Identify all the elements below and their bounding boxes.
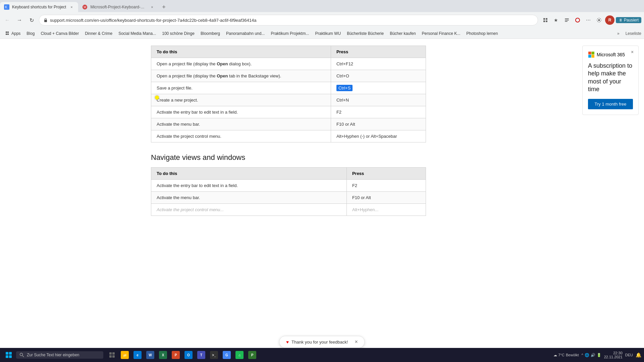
taskbar-app-terminal[interactable]: >_ (208, 349, 220, 361)
taskbar-app-project[interactable]: P (246, 349, 258, 361)
table-row: Activate the project control menu. Alt+H… (151, 130, 426, 142)
extensions-button[interactable] (541, 15, 550, 25)
article: To do this Press Open a project file (di… (0, 39, 577, 348)
taskbar-app-powerpoint[interactable]: P (170, 349, 182, 361)
forward-button[interactable]: → (15, 15, 24, 25)
taskbar: Zur Suche Text hier eingeben 📁 e W X P O… (0, 348, 644, 362)
bookmark-dinner[interactable]: Dinner & Crime (82, 31, 115, 37)
volume-icon[interactable]: 🔊 (591, 353, 595, 357)
table-row: Save a project file. Ctrl+S (151, 82, 426, 94)
taskbar-app-chrome[interactable]: G (221, 349, 233, 361)
refresh-button[interactable]: ↻ (27, 15, 36, 25)
ms365-try-button[interactable]: Try 1 month free (588, 99, 633, 109)
notification-button[interactable]: 🔔 (636, 352, 641, 358)
new-tab-button[interactable]: + (159, 2, 169, 12)
table1-row2-action: Open a project file (display the Open ta… (151, 70, 331, 82)
tab1-close[interactable]: × (69, 4, 74, 10)
taskbar-app-taskview[interactable] (106, 349, 118, 361)
browser-actions: ★ ⋯ R ⏸ Pausiert (541, 15, 641, 25)
url-bar[interactable]: support.microsoft.com/en-us/office/keybo… (39, 15, 538, 25)
gear-button[interactable] (594, 15, 604, 25)
taskbar-app-teams[interactable]: T (195, 349, 207, 361)
feedback-text: Thank you for your feedback! (291, 340, 348, 345)
tab-active[interactable]: K Keyboard shortcuts for Project × (0, 2, 78, 12)
svg-rect-25 (112, 352, 115, 355)
bookmark-apps[interactable]: Apps (3, 31, 23, 37)
ms-edge-button[interactable] (573, 15, 582, 25)
table2-row1-action: Activate the entry bar to edit text in a… (151, 180, 347, 192)
table1-row5-action: Activate the entry bar to edit text in a… (151, 106, 331, 118)
apps-bookmark-icon (5, 31, 10, 36)
more-bookmarks-button[interactable]: » (614, 31, 622, 37)
taskbar-clock[interactable]: 22:30 22.11.2021 (604, 351, 623, 359)
ms365-logo-icon (588, 51, 595, 58)
pause-button[interactable]: ⏸ Pausiert (616, 17, 641, 23)
lock-icon (43, 18, 48, 22)
taskbar-app-excel[interactable]: X (157, 349, 169, 361)
network-icon: 🌐 (585, 353, 589, 357)
taskbar-app-edge[interactable]: e (131, 349, 144, 361)
language-indicator[interactable]: DEU (625, 353, 633, 357)
table1-row6-action: Activate the menu bar. (151, 118, 331, 130)
bookmark-social[interactable]: Social Media Mana... (116, 31, 159, 37)
svg-point-12 (576, 18, 580, 22)
start-button[interactable] (3, 349, 15, 361)
temperature: 7°C (558, 353, 565, 357)
bookmark-panorama[interactable]: Panoramabahn und... (223, 31, 267, 37)
bookmark-praktikum1[interactable]: Praktikum Projektm... (268, 31, 312, 37)
ms365-tagline: A subscription to help make the most of … (588, 62, 633, 94)
table1-row7-press: Alt+Hyphen (-) or Alt+Spacebar (331, 130, 426, 142)
svg-rect-4 (44, 20, 47, 22)
bookmark-cloud-label: Cloud + Canva Bilder (41, 31, 79, 36)
bookmark-blog[interactable]: Blog (24, 31, 37, 37)
back-button[interactable]: ← (3, 15, 12, 25)
table-row: Activate the entry bar to edit text in a… (151, 180, 426, 192)
pause-label: Pausiert (624, 18, 639, 22)
taskbar-app-file-explorer[interactable]: 📁 (119, 349, 131, 361)
reading-view-button[interactable] (562, 15, 572, 25)
bookmark-social-label: Social Media Mana... (118, 31, 156, 36)
table1-row5-press: F2 (331, 106, 426, 118)
table2-header-col1: To do this (151, 168, 347, 180)
taskbar-search[interactable]: Zur Suche Text hier eingeben (16, 351, 103, 359)
tab2-close[interactable]: × (149, 4, 155, 10)
weather-info[interactable]: ☁ 7°C Bewölkt (553, 353, 579, 357)
tab-inactive[interactable]: M Microsoft-Project-Keyboard-Sho... × (78, 2, 159, 12)
svg-point-22 (20, 353, 23, 356)
shortcuts-table-1: To do this Press Open a project file (di… (151, 46, 426, 142)
taskbar-app-word[interactable]: W (144, 349, 156, 361)
settings-button[interactable]: ⋯ (584, 15, 593, 25)
content-area: To do this Press Open a project file (di… (0, 39, 644, 348)
table1-row6-press: F10 or Alt (331, 118, 426, 130)
bookmark-finance[interactable]: Personal Finance K... (419, 31, 463, 37)
feedback-close-button[interactable]: × (355, 339, 358, 345)
bookmark-bloomberg-label: Bloomberg (201, 31, 220, 36)
bookmark-bucher1-label: Bücherliste Bücherie (347, 31, 384, 36)
favorites-button[interactable]: ★ (551, 15, 561, 25)
svg-rect-16 (6, 34, 7, 35)
bookmark-praktikum2[interactable]: Praktikum WU (312, 31, 343, 37)
table2-row1-press: F2 (346, 180, 426, 192)
profile-button[interactable]: R (605, 15, 614, 25)
reading-list-button[interactable]: Leseliste (626, 31, 641, 36)
shortcuts-table-2: To do this Press Activate the entry bar … (151, 167, 426, 216)
svg-rect-10 (565, 20, 569, 20)
bookmark-bloomberg[interactable]: Bloomberg (198, 31, 223, 37)
bookmark-dinner-label: Dinner & Crime (85, 31, 112, 36)
table1-header-col2: Press (331, 46, 426, 58)
bookmark-bucher1[interactable]: Bücherliste Bücherie (344, 31, 386, 37)
taskbar-app-outlook[interactable]: O (182, 349, 195, 361)
bookmark-bucher2[interactable]: Bücher kaufen (387, 31, 418, 37)
svg-rect-20 (588, 55, 591, 58)
taskbar-app-spotify[interactable]: ♫ (233, 349, 246, 361)
bookmark-photoshop[interactable]: Photoshop lernen (464, 31, 500, 37)
tray-up-arrow[interactable]: ^ (582, 353, 583, 357)
table-row: Open a project file (display the Open ta… (151, 70, 426, 82)
bookmark-100[interactable]: 100 schöne Dinge (159, 31, 197, 37)
svg-rect-17 (7, 34, 9, 35)
ms365-close-button[interactable]: × (629, 49, 636, 55)
table-row: Activate the project control menu... Alt… (151, 204, 426, 216)
bookmark-cloud[interactable]: Cloud + Canva Bilder (38, 31, 82, 37)
table2-row2-action: Activate the menu bar. (151, 192, 347, 204)
svg-rect-18 (588, 52, 591, 55)
